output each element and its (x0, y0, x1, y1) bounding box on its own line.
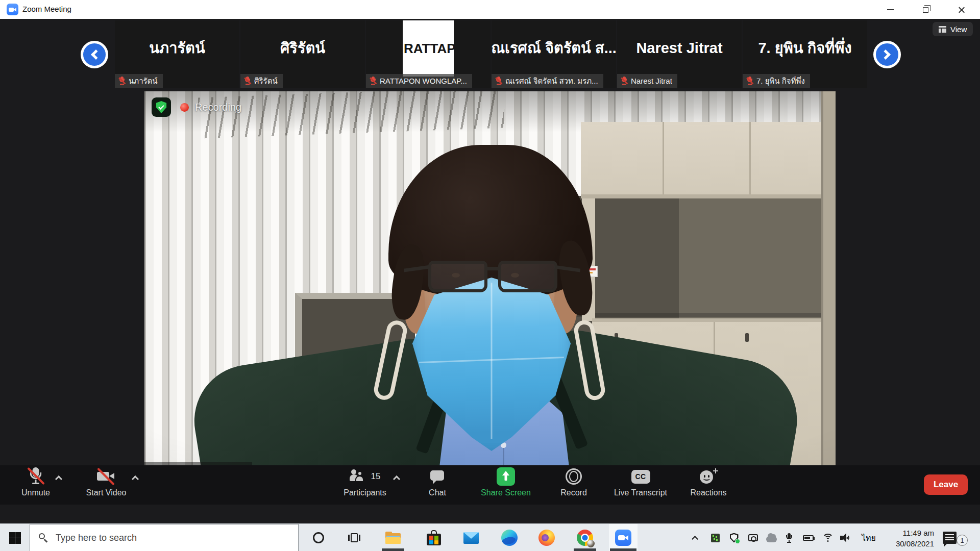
participant-tag-label: Narest Jitrat (631, 77, 672, 85)
language-indicator[interactable]: ไทย (858, 524, 879, 551)
notification-count-badge[interactable]: 1 (957, 535, 968, 546)
leave-button[interactable]: Leave (924, 474, 968, 495)
participant-thumbnail[interactable]: ณเรศณ์ จิตรัตน์ ส... ณเรศณ์ จิตรัตน์ สวท… (492, 20, 616, 88)
participants-button[interactable]: 15 Participants (327, 465, 403, 505)
muted-mic-icon (746, 77, 753, 85)
view-button[interactable]: View (933, 22, 973, 36)
taskbar-search[interactable] (30, 524, 299, 551)
taskbar-firefox[interactable] (534, 524, 559, 551)
tray-camera-button[interactable] (745, 524, 761, 551)
file-explorer-icon (385, 532, 401, 544)
microphone-icon (786, 533, 793, 543)
cabinet-handle (745, 333, 749, 342)
minimize-button[interactable] (878, 0, 902, 19)
closed-caption-icon: CC (631, 470, 650, 484)
speaker-icon (840, 533, 852, 542)
tray-security-button[interactable] (726, 524, 742, 551)
tray-volume-button[interactable] (838, 524, 855, 551)
participant-thumbnail[interactable]: RATTAPON RATTAPON WONGLAP... (366, 20, 491, 88)
cabinet-door-seam (749, 122, 751, 194)
audio-options-caret[interactable] (56, 477, 65, 486)
taskbar-file-explorer[interactable] (380, 524, 406, 551)
recording-dot-icon (180, 103, 189, 112)
participant-tag-label: นภารัตน์ (129, 75, 158, 87)
meeting-client-area: นภารัตน์ นภารัตน์ ศิริรัตน์ ศิริรัตน์ RA… (0, 19, 980, 523)
taskbar-edge[interactable] (497, 524, 522, 551)
start-button[interactable] (0, 524, 30, 551)
cabinet-door-seam (663, 122, 664, 194)
clock-time: 11:49 am (886, 528, 934, 538)
search-icon (38, 533, 48, 543)
video-off-icon (97, 468, 115, 485)
tray-app-button[interactable] (707, 524, 723, 551)
record-button[interactable]: Record (548, 465, 599, 505)
chat-label: Chat (429, 488, 446, 497)
task-view-button[interactable] (341, 524, 368, 551)
zoom-meeting-window: Zoom Meeting นภารัตน์ นภารัตน์ ศิริรัตน์… (0, 0, 980, 551)
live-transcript-button[interactable]: CC Live Transcript (605, 465, 676, 505)
close-button[interactable] (950, 0, 973, 19)
tray-microphone-button[interactable] (781, 524, 797, 551)
upper-cabinet (581, 122, 836, 198)
tray-battery-button[interactable] (799, 524, 817, 551)
zoom-app-icon (615, 530, 631, 546)
tray-network-button[interactable] (820, 524, 836, 551)
live-transcript-label: Live Transcript (614, 488, 667, 497)
running-app-indicator (610, 548, 636, 551)
windows-taskbar: ไทย 11:49 am 30/08/2021 (0, 523, 980, 551)
share-screen-button[interactable]: Share Screen (473, 465, 539, 505)
shield-icon (156, 101, 167, 113)
grid-view-icon (939, 26, 946, 33)
participant-thumbnail[interactable]: ศิริรัตน์ ศิริรัตน์ (240, 20, 365, 88)
chat-button[interactable]: Chat (412, 465, 463, 505)
clock-date: 30/08/2021 (886, 538, 934, 549)
participants-label: Participants (344, 488, 386, 497)
video-options-caret[interactable] (133, 477, 142, 486)
start-video-label: Start Video (86, 488, 127, 497)
gallery-previous-button[interactable] (81, 41, 108, 68)
record-label: Record (560, 488, 587, 497)
reactions-smiley-icon (700, 468, 717, 485)
zoom-app-icon (7, 4, 18, 15)
participant-name-tag: RATTAPON WONGLAP... (366, 74, 472, 88)
taskbar-chrome[interactable] (572, 524, 598, 551)
restore-button[interactable] (914, 0, 937, 19)
firefox-icon (538, 530, 555, 546)
main-speaker-video[interactable]: Recording payungsak boonsit (144, 91, 836, 480)
close-icon (958, 6, 965, 13)
tray-show-hidden-icons[interactable] (687, 524, 702, 551)
participant-thumbnail[interactable]: 7. ยุพิน กิจที่พึ่ง 7. ยุพิน กิจที่พึ่ง (743, 20, 867, 88)
participant-name-tag: ศิริรัตน์ (240, 74, 283, 88)
meeting-toolbar: Unmute Start Video 15 Participants Chat … (0, 465, 980, 505)
taskbar-store[interactable] (421, 524, 447, 551)
taskbar-clock[interactable]: 11:49 am 30/08/2021 (886, 528, 934, 549)
participant-thumbnail[interactable]: Narest Jitrat Narest Jitrat (617, 20, 742, 88)
tray-app-icon (711, 534, 720, 542)
participants-count: 15 (371, 471, 381, 482)
cortana-button[interactable] (305, 524, 332, 551)
participant-name: 7. ยุพิน กิจที่พึ่ง (743, 20, 867, 76)
record-icon (566, 468, 582, 485)
wifi-icon (822, 534, 834, 542)
security-shield-badge[interactable] (152, 97, 171, 117)
task-view-icon (348, 533, 360, 543)
search-input[interactable] (56, 533, 275, 543)
reactions-button[interactable]: Reactions (683, 465, 734, 505)
minimize-icon (887, 9, 894, 10)
unmute-button[interactable]: Unmute (10, 465, 61, 505)
participants-options-caret[interactable] (394, 477, 403, 486)
camera-lens-glyph (14, 8, 16, 12)
windows-logo-icon (9, 532, 21, 544)
tray-onedrive-button[interactable] (764, 524, 779, 551)
camera-icon (748, 534, 758, 541)
mail-icon (463, 532, 479, 544)
chevron-up-icon (55, 475, 62, 483)
participant-name-tag: Narest Jitrat (617, 74, 677, 88)
participant-thumbnail[interactable]: นภารัตน์ นภารัตน์ (115, 20, 239, 88)
gallery-next-button[interactable] (873, 41, 901, 68)
start-video-button[interactable]: Start Video (73, 465, 139, 505)
chevron-left-icon (91, 49, 101, 60)
taskbar-mail[interactable] (458, 524, 484, 551)
participant-name-tag: ณเรศณ์ จิตรัตน์ สวท. มรภ... (492, 74, 603, 88)
taskbar-zoom-active[interactable] (609, 524, 638, 551)
